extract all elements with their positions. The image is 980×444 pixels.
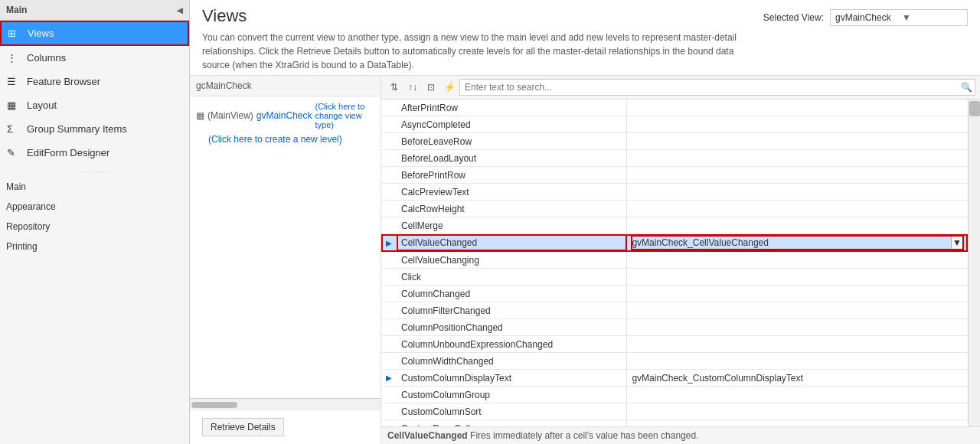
table-row[interactable]: ColumnUnboundExpressionChanged [381, 336, 968, 353]
table-row[interactable]: ColumnPositionChanged [381, 319, 968, 336]
tree-root-label: gcMainCheck [190, 76, 381, 96]
event-handler [627, 116, 968, 132]
event-handler [627, 420, 968, 426]
selected-view-value: gvMainCheck [835, 12, 896, 23]
event-handler [627, 100, 968, 116]
sidebar-item-group-summary[interactable]: Σ Group Summary Items [0, 117, 189, 141]
event-handler [627, 319, 968, 335]
sidebar-item-label: EditForm Designer [27, 147, 109, 158]
handler-value: gvMainCheck_CellValueChanged [632, 237, 951, 248]
views-icon: ⊞ [8, 28, 23, 39]
table-row[interactable]: AfterPrintRow [381, 100, 968, 116]
table-row[interactable]: CellMerge [381, 217, 968, 234]
sidebar-item-layout[interactable]: ▦ Layout [0, 93, 189, 117]
main-content: Views You can convert the current view t… [190, 0, 980, 444]
handler-dropdown-btn[interactable]: ▼ [951, 236, 963, 250]
events-grid: AfterPrintRowAsyncCompletedBeforeLeaveRo… [381, 100, 968, 426]
event-handler [627, 150, 968, 166]
table-row[interactable]: CalcRowHeight [381, 201, 968, 217]
section-appearance: Appearance [0, 195, 189, 215]
sidebar-item-label: Feature Browser [27, 76, 100, 87]
event-name: CellValueChanged [397, 234, 627, 251]
event-name: CustomColumnDisplayText [397, 370, 627, 386]
event-handler [627, 403, 968, 420]
search-box: 🔍 [459, 79, 975, 96]
events-panel: ⇅ ↑↓ ⊡ ⚡ 🔍 AfterPrintRowAsyncCompletedBe… [381, 76, 980, 444]
tree-main-view-item[interactable]: ▦ (MainView) gvMainCheck (Click here to … [190, 100, 381, 132]
table-row[interactable]: ColumnFilterChanged [381, 302, 968, 319]
event-handler [627, 184, 968, 200]
table-row[interactable]: ▶CellValueChangedgvMainCheck_CellValueCh… [381, 234, 968, 252]
row-indicator [381, 353, 397, 369]
table-row[interactable]: AsyncCompleted [381, 116, 968, 133]
section-main: Main [0, 175, 189, 195]
search-input[interactable] [460, 80, 958, 95]
event-handler [627, 252, 968, 268]
vertical-scrollbar[interactable] [968, 100, 980, 426]
sidebar-item-feature-browser[interactable]: ☰ Feature Browser [0, 70, 189, 93]
group-summary-icon: Σ [7, 123, 22, 135]
table-row[interactable]: Click [381, 269, 968, 286]
table-row[interactable]: ▶CustomColumnDisplayTextgvMainCheck_Cust… [381, 370, 968, 387]
event-name: Click [397, 269, 627, 285]
tree-view-link[interactable]: gvMainCheck [256, 110, 312, 121]
editform-icon: ✎ [7, 147, 22, 158]
sidebar-item-columns[interactable]: ⋮ Columns [0, 46, 189, 70]
page-description: You can convert the current view to anot… [202, 31, 763, 72]
sort-btn[interactable]: ⇅ [386, 79, 403, 96]
sort-az-btn[interactable]: ↑↓ [404, 79, 421, 96]
table-row[interactable]: CellValueChanging [381, 252, 968, 269]
page-title: Views [202, 6, 763, 26]
table-row[interactable]: BeforeLeaveRow [381, 133, 968, 150]
sidebar-item-views[interactable]: ⊞ Views [0, 21, 189, 46]
event-btn[interactable]: ⚡ [441, 79, 458, 96]
table-row[interactable]: BeforeLoadLayout [381, 150, 968, 167]
tree-click-hint: (Click here to change view type) [315, 102, 375, 129]
event-name: BeforePrintRow [397, 167, 627, 183]
sidebar-collapse-icon[interactable]: ◀ [177, 6, 183, 15]
row-indicator [381, 286, 397, 302]
row-indicator [381, 302, 397, 318]
event-handler [627, 133, 968, 149]
section-repository: Repository [0, 215, 189, 235]
selected-view-label: Selected View: [763, 12, 824, 23]
row-indicator [381, 150, 397, 166]
row-indicator [381, 387, 397, 403]
section-printing: Printing [0, 235, 189, 255]
tree-create-level[interactable]: (Click here to create a new level) [190, 132, 381, 147]
event-name: CustomDrawCell [397, 420, 627, 426]
sidebar-item-label: Views [28, 28, 54, 39]
horizontal-scrollbar[interactable] [190, 398, 381, 410]
table-row[interactable]: CalcPreviewText [381, 184, 968, 201]
event-handler[interactable]: gvMainCheck_CellValueChanged▼ [627, 234, 968, 251]
table-row[interactable]: CustomColumnSort [381, 403, 968, 420]
status-bar: CellValueChanged Fires immediately after… [381, 426, 980, 444]
table-row[interactable]: CustomColumnGroup [381, 387, 968, 403]
event-name: CellValueChanging [397, 252, 627, 268]
table-row[interactable]: ColumnWidthChanged [381, 353, 968, 370]
event-handler [627, 217, 968, 233]
event-name: ColumnWidthChanged [397, 353, 627, 369]
table-row[interactable]: ColumnChanged [381, 286, 968, 302]
retrieve-details-button[interactable]: Retrieve Details [202, 418, 284, 436]
events-toolbar: ⇅ ↑↓ ⊡ ⚡ 🔍 [381, 76, 980, 100]
table-row[interactable]: CustomDrawCell [381, 420, 968, 426]
feature-browser-icon: ☰ [7, 76, 22, 87]
layout-icon: ▦ [7, 100, 22, 111]
grid-view-btn[interactable]: ⊡ [423, 79, 439, 96]
tree-grid-icon: ▦ [196, 110, 204, 121]
event-handler [627, 336, 968, 352]
sidebar-item-label: Group Summary Items [27, 123, 127, 135]
row-indicator: ▶ [381, 370, 397, 386]
row-indicator [381, 252, 397, 268]
event-name: BeforeLeaveRow [397, 133, 627, 149]
row-indicator [381, 420, 397, 426]
event-name: AsyncCompleted [397, 116, 627, 132]
sidebar-item-editform[interactable]: ✎ EditForm Designer [0, 141, 189, 165]
event-name: CustomColumnGroup [397, 387, 627, 403]
row-indicator [381, 319, 397, 335]
selected-view-dropdown[interactable]: gvMainCheck ▼ [830, 9, 968, 26]
tree-main-view: (MainView) [207, 110, 253, 121]
table-row[interactable]: BeforePrintRow [381, 167, 968, 184]
sidebar-resize-handle[interactable]: ....... [0, 165, 189, 175]
